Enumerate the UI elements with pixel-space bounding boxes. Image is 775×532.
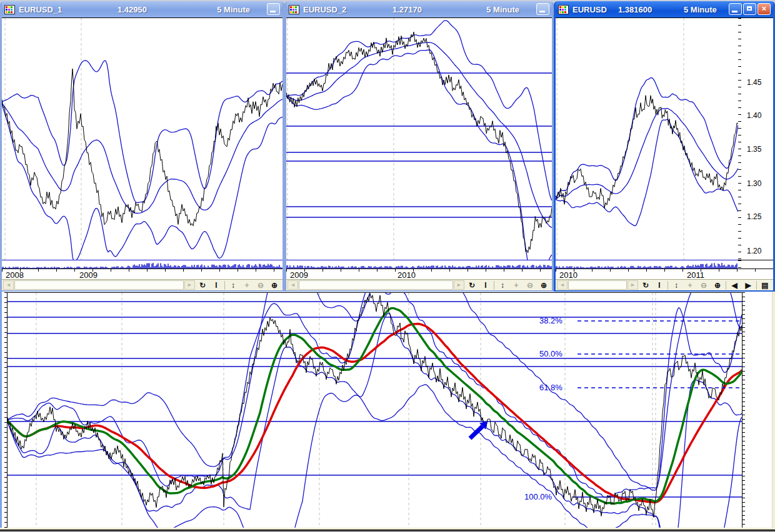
right-price-axis (742, 292, 772, 528)
interval-icon[interactable]: I (652, 280, 666, 290)
chart-toolbar: ◄ ► ↻I↕+⊖⊕◀▶▤ (556, 279, 773, 290)
y-axis-label: 1.30 (747, 179, 761, 188)
scrollbar-track[interactable] (14, 280, 184, 290)
titlebar[interactable]: EURUSD_1 1.42950 5 Minute (2, 1, 282, 17)
titlebar[interactable]: EURUSD_2 1.27170 5 Minute (286, 1, 552, 17)
scroll-left-button[interactable]: ◄ (3, 280, 14, 290)
band-middle (286, 42, 552, 228)
scroll-right-button[interactable]: ► (184, 280, 195, 290)
volume-chart (2, 260, 282, 268)
band-middle (2, 99, 282, 214)
x-axis-label: 2010 (398, 270, 416, 280)
x-axis: 20082009 (2, 268, 282, 279)
page-list-icon[interactable]: ▤ (758, 280, 772, 290)
volume-pane[interactable] (286, 260, 552, 268)
price-pane[interactable] (556, 17, 738, 260)
right-scroll-strip[interactable] (772, 292, 775, 530)
chart-toolbar: ◄ ► ↻I↕+⊖⊕ (286, 279, 552, 290)
zoom-out-icon[interactable]: ⊖ (523, 280, 537, 290)
fib-label: 38.2% (539, 316, 562, 325)
price-pane[interactable] (2, 17, 282, 260)
volume-chart (286, 260, 552, 268)
interval-label: 5 Minute (684, 5, 717, 14)
band-upper (556, 78, 738, 200)
fibonacci-chart: 38.2%50.0%61.8%100.0% (8, 293, 742, 528)
crosshair-icon[interactable]: + (509, 280, 523, 290)
interval-icon[interactable]: I (479, 280, 492, 290)
chart-app-icon (558, 5, 569, 14)
vertical-zoom-icon[interactable]: ↕ (669, 280, 683, 290)
crosshair-icon[interactable]: + (683, 280, 697, 290)
chart-window-eurusd: EURUSD 1.381600 5 Minute × 1.451.401.351… (554, 1, 775, 292)
chart-window-eurusd-1: EURUSD_1 1.42950 5 Minute 20082009 ◄ ► ↻… (0, 1, 284, 292)
titlebar[interactable]: EURUSD 1.381600 5 Minute × (556, 1, 773, 17)
zoom-in-icon[interactable]: ⊕ (711, 280, 724, 290)
zoom-in-icon[interactable]: ⊕ (537, 280, 551, 290)
fib-label: 100.0% (524, 492, 552, 501)
restore-button[interactable] (743, 3, 756, 15)
chart-toolbar: ◄ ► ↻I↕+⊖⊕ (2, 279, 282, 290)
interval-icon[interactable]: I (209, 280, 223, 290)
volume-bars (2, 263, 282, 268)
band-lower (2, 103, 282, 260)
band-upper (286, 21, 552, 200)
price-value: 1.27170 (392, 5, 422, 14)
toolbar-separator (224, 281, 225, 290)
price-value: 1.381600 (618, 5, 652, 14)
zoom-in-icon[interactable]: ⊕ (268, 280, 281, 290)
window-title: EURUSD_2 (303, 5, 346, 14)
vertical-zoom-icon[interactable]: ↕ (226, 280, 240, 290)
fib-label: 61.8% (539, 383, 562, 392)
minimize-icon (539, 11, 545, 12)
volume-chart (556, 260, 738, 268)
crosshair-icon[interactable]: + (240, 280, 254, 290)
fibonacci-chart-pane[interactable]: 38.2%50.0%61.8%100.0% (7, 292, 742, 528)
chart-app-icon (4, 5, 15, 14)
window-title: EURUSD (572, 5, 607, 14)
scroll-right-button[interactable]: ► (628, 280, 638, 290)
minimize-button[interactable] (267, 3, 280, 15)
band-lower (286, 50, 552, 260)
toolbar-separator (494, 281, 494, 290)
vertical-zoom-icon[interactable]: ↕ (496, 280, 509, 290)
volume-pane[interactable] (2, 260, 282, 268)
zoom-out-icon[interactable]: ⊖ (254, 280, 268, 290)
fib-label: 50.0% (539, 349, 562, 358)
minimize-icon (732, 11, 738, 12)
autoscale-icon[interactable]: ↻ (465, 280, 479, 290)
minimize-button[interactable] (729, 3, 742, 15)
scroll-left-button[interactable]: ◄ (557, 280, 568, 290)
toolbar-separator (726, 281, 726, 290)
interval-label: 5 Minute (217, 5, 250, 14)
minimize-button[interactable] (536, 3, 549, 15)
x-axis-label: 2010 (559, 270, 578, 280)
page-back-icon[interactable]: ◀ (728, 280, 741, 290)
fibonacci-chart-window: 38.2%50.0%61.8%100.0% (0, 292, 775, 532)
price-chart (286, 18, 552, 260)
scroll-left-button[interactable]: ◄ (288, 280, 298, 290)
minimize-icon (270, 11, 276, 12)
toolbar-separator (756, 281, 757, 290)
page-forward-icon[interactable]: ▶ (741, 280, 755, 290)
close-button[interactable]: × (758, 3, 771, 15)
band-lower (8, 385, 742, 528)
price-pane[interactable] (286, 17, 552, 260)
autoscale-icon[interactable]: ↻ (639, 280, 652, 290)
band-lower (8, 313, 742, 528)
autoscale-icon[interactable]: ↻ (196, 280, 209, 290)
scrollbar-track[interactable] (299, 280, 453, 290)
x-axis-label: 2008 (6, 270, 24, 280)
x-axis-label: 2009 (79, 270, 98, 280)
scrollbar-track[interactable] (568, 280, 627, 290)
band-upper (8, 293, 742, 488)
price-line (286, 32, 552, 253)
zoom-out-icon[interactable]: ⊖ (697, 280, 711, 290)
window-title: EURUSD_1 (19, 5, 62, 14)
left-tick-axis (2, 292, 7, 528)
volume-pane[interactable] (556, 260, 738, 268)
band-upper (8, 293, 742, 498)
chart-window-eurusd-2: EURUSD_2 1.27170 5 Minute 20092010 ◄ ► ↻… (284, 1, 554, 292)
toolbar-separator (668, 281, 668, 290)
ma-green (8, 308, 742, 503)
scroll-right-button[interactable]: ► (454, 280, 464, 290)
